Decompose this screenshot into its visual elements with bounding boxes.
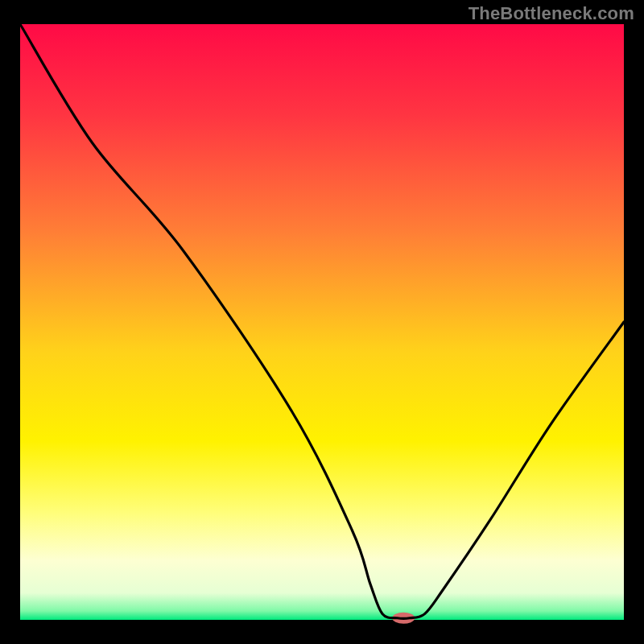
watermark-text: TheBottleneck.com: [469, 3, 634, 24]
chart-svg: [0, 0, 644, 644]
plot-background: [20, 24, 624, 620]
chart-container: { "watermark": "TheBottleneck.com", "cha…: [0, 0, 644, 644]
